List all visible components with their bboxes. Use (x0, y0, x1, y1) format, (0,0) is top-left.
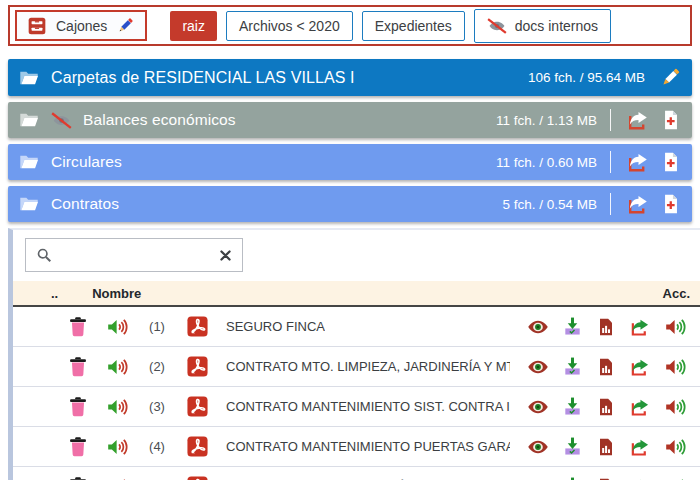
file-name[interactable]: CONTRATO MANTENIMIENTO PUERTAS GARAJE (226, 439, 510, 454)
drawers-icon (27, 16, 47, 36)
file-number: (2) (145, 359, 169, 374)
delete-file-icon[interactable] (67, 435, 89, 458)
file-name[interactable]: CONTRATO MANTENIMIENTO SIST. CONTRA INCE… (226, 399, 510, 414)
share-folder-icon[interactable] (626, 108, 650, 132)
file-name[interactable]: SEGURO FINCA (226, 319, 325, 334)
share-file-icon[interactable] (629, 436, 651, 458)
download-file-icon[interactable] (562, 396, 583, 417)
view-file-icon[interactable] (527, 476, 549, 480)
view-file-icon[interactable] (527, 396, 549, 418)
view-file-icon[interactable] (527, 316, 549, 338)
share-file-icon[interactable] (629, 356, 651, 378)
table-row: (2) CONTRATO MTO. LIMPIEZA, JARDINERÍA Y… (13, 347, 700, 387)
download-file-icon[interactable] (562, 316, 583, 337)
folders-title: Carpetas de RESIDENCIAL LAS VILLAS I (51, 69, 355, 87)
download-file-icon[interactable] (562, 356, 583, 377)
add-file-icon[interactable] (660, 109, 682, 131)
file-stats-icon[interactable] (596, 477, 616, 480)
folder-icon (18, 109, 40, 131)
read-aloud-icon[interactable] (664, 396, 686, 418)
row-actions (527, 356, 686, 378)
delete-file-icon[interactable] (67, 315, 89, 338)
divider (610, 109, 611, 131)
row-actions (527, 396, 686, 418)
folder-name: Balances económicos (83, 111, 236, 129)
pdf-icon[interactable] (186, 315, 209, 338)
folder-row-balances[interactable]: Balances económicos 11 fch. / 1.13 MB (8, 102, 692, 138)
share-file-icon[interactable] (629, 476, 651, 480)
folder-name: Circulares (51, 153, 122, 171)
archivos-2020-button[interactable]: Archivos < 2020 (226, 11, 353, 41)
delete-file-icon[interactable] (67, 355, 89, 378)
speaker-on-icon[interactable] (106, 356, 128, 378)
edit-pencil-icon[interactable] (116, 16, 135, 35)
file-number: (1) (145, 319, 169, 334)
speaker-on-icon[interactable] (106, 476, 128, 480)
folders-total-stats: 106 fch. / 95.64 MB (528, 70, 645, 85)
table-row: (5) CONTRATO DESINSECTACIÓN (13, 467, 700, 480)
row-actions (527, 316, 686, 338)
file-number: (3) (145, 399, 169, 414)
folder-stats: 11 fch. / 1.13 MB (496, 113, 597, 128)
expedientes-button[interactable]: Expedientes (362, 11, 465, 41)
column-acciones: Acc. (663, 286, 690, 301)
pdf-icon[interactable] (186, 435, 209, 458)
folder-row-contratos[interactable]: Contratos 5 fch. / 0.54 MB (8, 186, 692, 222)
folders-header: Carpetas de RESIDENCIAL LAS VILLAS I 106… (8, 59, 692, 96)
table-row: (3) CONTRATO MANTENIMIENTO SIST. CONTRA … (13, 387, 700, 427)
column-nombre: Nombre (92, 286, 141, 301)
pdf-icon[interactable] (186, 475, 209, 480)
read-aloud-icon[interactable] (664, 316, 686, 338)
column-up-dir[interactable]: .. (51, 286, 58, 301)
add-file-icon[interactable] (660, 193, 682, 215)
search-input[interactable] (59, 246, 212, 264)
docs-internos-label: docs internos (515, 18, 598, 34)
folder-icon (18, 67, 40, 89)
read-aloud-icon[interactable] (664, 356, 686, 378)
delete-file-icon[interactable] (67, 395, 89, 418)
docs-internos-button[interactable]: docs internos (474, 9, 611, 43)
file-stats-icon[interactable] (596, 357, 616, 377)
share-file-icon[interactable] (629, 396, 651, 418)
read-aloud-icon[interactable] (664, 436, 686, 458)
table-header: .. Nombre Acc. (13, 281, 700, 307)
search-box (25, 238, 243, 272)
folder-icon (18, 193, 40, 215)
top-toolbar: Cajones raiz Archivos < 2020 Expedientes… (8, 5, 692, 46)
speaker-on-icon[interactable] (106, 396, 128, 418)
speaker-on-icon[interactable] (106, 436, 128, 458)
share-folder-icon[interactable] (626, 150, 650, 174)
download-file-icon[interactable] (562, 436, 583, 457)
folder-stats: 5 fch. / 0.54 MB (502, 197, 597, 212)
pdf-icon[interactable] (186, 395, 209, 418)
view-file-icon[interactable] (527, 356, 549, 378)
delete-file-icon[interactable] (67, 475, 89, 480)
pdf-icon[interactable] (186, 355, 209, 378)
share-file-icon[interactable] (629, 316, 651, 338)
table-row: (1) SEGURO FINCA (13, 307, 700, 347)
file-stats-icon[interactable] (596, 317, 616, 337)
download-file-icon[interactable] (562, 476, 583, 480)
table-row: (4) CONTRATO MANTENIMIENTO PUERTAS GARAJ… (13, 427, 700, 467)
add-file-icon[interactable] (660, 151, 682, 173)
share-folder-icon[interactable] (626, 192, 650, 216)
folder-row-circulares[interactable]: Circulares 11 fch. / 0.60 MB (8, 144, 692, 180)
folder-icon (18, 151, 40, 173)
view-file-icon[interactable] (527, 436, 549, 458)
speaker-on-icon[interactable] (106, 316, 128, 338)
file-stats-icon[interactable] (596, 437, 616, 457)
divider (610, 193, 611, 215)
file-number: (4) (145, 439, 169, 454)
file-name[interactable]: CONTRATO MTO. LIMPIEZA, JARDINERÍA Y MTO… (226, 359, 510, 374)
edit-folders-icon[interactable] (659, 66, 682, 89)
search-icon (35, 246, 53, 264)
folder-name: Contratos (51, 195, 119, 213)
cajones-label: Cajones (56, 18, 107, 34)
read-aloud-icon[interactable] (664, 476, 686, 480)
clear-search-icon[interactable] (218, 248, 233, 263)
raiz-button[interactable]: raiz (170, 11, 217, 41)
cajones-selector[interactable]: Cajones (15, 10, 147, 41)
file-stats-icon[interactable] (596, 397, 616, 417)
hidden-docs-icon (487, 16, 507, 36)
divider (610, 151, 611, 173)
